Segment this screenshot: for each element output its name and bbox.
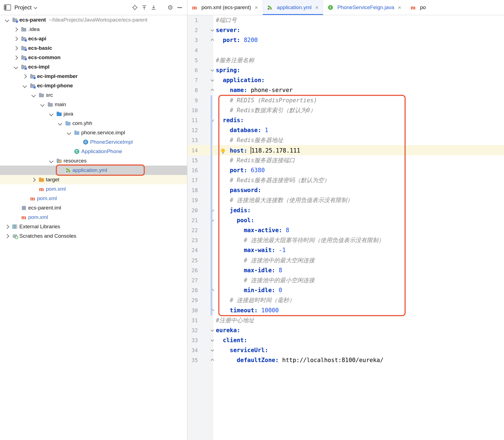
tree-item-src[interactable]: src: [0, 90, 187, 100]
chevron-collapsed-icon[interactable]: [30, 178, 39, 181]
chevron-down-icon[interactable]: [34, 6, 37, 9]
line-number[interactable]: 7: [187, 77, 198, 83]
tree-item-ecs-common[interactable]: ecs-common: [0, 53, 187, 62]
fold-collapse-icon[interactable]: [211, 328, 214, 332]
panel-icon[interactable]: [4, 4, 11, 11]
code-line[interactable]: 6spring:: [187, 65, 504, 75]
line-number[interactable]: 1: [187, 17, 198, 23]
line-number[interactable]: 21: [187, 217, 198, 223]
code-line[interactable]: 35 defaultZone: http://localhost:8100/eu…: [187, 355, 504, 365]
code-line[interactable]: 25 # 连接池中的最大空闲连接: [187, 255, 504, 265]
code-text[interactable]: password:: [216, 187, 261, 193]
fold-collapse-icon[interactable]: [211, 68, 214, 72]
code-line[interactable]: 31#注册中心地址: [187, 315, 504, 325]
code-line[interactable]: 5#服务注册名称: [187, 55, 504, 65]
code-line[interactable]: 28 min-idle: 0: [187, 285, 504, 295]
code-text[interactable]: # 连接池最大连接数（使用负值表示没有限制）: [216, 196, 353, 204]
fold-collapse-icon[interactable]: [211, 78, 214, 82]
code-line[interactable]: 14 host: 118.25.178.111: [187, 145, 504, 155]
code-line[interactable]: 33 client:: [187, 335, 504, 345]
line-number[interactable]: 24: [187, 247, 198, 253]
code-text[interactable]: min-idle: 0: [216, 287, 282, 294]
code-text[interactable]: host: 118.25.178.111: [216, 147, 300, 154]
code-line[interactable]: 3 port: 8200: [187, 35, 504, 45]
line-number[interactable]: 22: [187, 227, 198, 233]
line-number[interactable]: 3: [187, 37, 198, 43]
chevron-expanded-icon[interactable]: [48, 112, 56, 116]
tree-item-applicationphone[interactable]: CApplicationPhone: [0, 147, 187, 156]
fold-collapse-icon[interactable]: [211, 28, 214, 32]
tab-application-yml[interactable]: application.yml×: [263, 0, 323, 15]
tree-item-resources[interactable]: resources: [0, 156, 187, 166]
line-number[interactable]: 5: [187, 57, 198, 63]
tree-item-pom-xml[interactable]: mpom.xml: [0, 213, 187, 222]
code-line[interactable]: 26 max-idle: 8: [187, 265, 504, 275]
chevron-expanded-icon[interactable]: [3, 19, 12, 22]
fold-end-icon[interactable]: [211, 89, 214, 92]
code-line[interactable]: 21 pool:: [187, 215, 504, 225]
tree-item-pom-xml[interactable]: mpom.xml: [0, 194, 187, 203]
tree-item-java[interactable]: java: [0, 109, 187, 119]
code-text[interactable]: # Redis服务器连接端口: [216, 156, 295, 164]
line-number[interactable]: 31: [187, 317, 198, 323]
tree-item-ecs-parent[interactable]: ecs-parent~/IdeaProjects/JavaWorkspace/e…: [0, 15, 187, 25]
code-text[interactable]: # 连接池中的最小空闲连接: [216, 276, 314, 284]
tree-item-phoneserviceimpl[interactable]: CPhoneServiceImpl: [0, 137, 187, 147]
code-text[interactable]: # Redis服务器连接密码（默认为空）: [216, 176, 330, 184]
fold-collapse-icon[interactable]: [211, 348, 214, 352]
chevron-expanded-icon[interactable]: [65, 131, 74, 134]
code-text[interactable]: pool:: [216, 217, 254, 224]
chevron-expanded-icon[interactable]: [21, 84, 30, 87]
line-number[interactable]: 11: [187, 117, 198, 123]
line-number[interactable]: 2: [187, 27, 198, 33]
code-line[interactable]: 17 # Redis服务器连接密码（默认为空）: [187, 175, 504, 185]
close-tab-icon[interactable]: ×: [398, 5, 401, 10]
tree-item-scratches-and-consoles[interactable]: Scratches and Consoles: [0, 231, 187, 241]
chevron-expanded-icon[interactable]: [56, 122, 65, 125]
chevron-collapsed-icon[interactable]: [12, 56, 21, 59]
line-number[interactable]: 29: [187, 297, 198, 303]
chevron-expanded-icon[interactable]: [48, 159, 56, 163]
code-text[interactable]: # 连接池中的最大空闲连接: [216, 256, 314, 264]
code-text[interactable]: # 连接池最大阻塞等待时间（使用负值表示没有限制）: [216, 236, 384, 244]
line-number[interactable]: 12: [187, 127, 198, 133]
line-number[interactable]: 15: [187, 157, 198, 163]
line-number[interactable]: 20: [187, 207, 198, 213]
code-text[interactable]: application:: [216, 77, 265, 83]
code-line[interactable]: 19 # 连接池最大连接数（使用负值表示没有限制）: [187, 195, 504, 205]
code-text[interactable]: port: 8200: [216, 37, 258, 43]
line-number[interactable]: 14: [187, 147, 198, 153]
chevron-expanded-icon[interactable]: [39, 103, 48, 106]
code-line[interactable]: 13 # Redis服务器地址: [187, 135, 504, 145]
code-line[interactable]: 8 name: phone-server: [187, 85, 504, 95]
code-line[interactable]: 24 max-wait: -1: [187, 245, 504, 255]
code-line[interactable]: 32eureka:: [187, 325, 504, 335]
line-number[interactable]: 18: [187, 187, 198, 193]
tab-pom-xml-ecs-parent[interactable]: mpom.xml (ecs-parent)×: [187, 0, 263, 15]
code-line[interactable]: 12 database: 1: [187, 125, 504, 135]
line-number[interactable]: 35: [187, 357, 198, 363]
tree-item-target[interactable]: target: [0, 175, 187, 184]
line-number[interactable]: 4: [187, 47, 198, 53]
code-line[interactable]: 27 # 连接池中的最小空闲连接: [187, 275, 504, 285]
editor-body[interactable]: 1#端口号2server:3 port: 820045#服务注册名称6sprin…: [187, 15, 504, 440]
vcs-change-bar[interactable]: [211, 95, 212, 315]
line-number[interactable]: 33: [187, 337, 198, 343]
code-line[interactable]: 34 serviceUrl:: [187, 345, 504, 355]
code-text[interactable]: #端口号: [216, 16, 237, 24]
line-number[interactable]: 19: [187, 197, 198, 203]
code-text[interactable]: #服务注册名称: [216, 56, 254, 64]
tree-item-ecs-basic[interactable]: ecs-basic: [0, 43, 187, 53]
code-line[interactable]: 7 application:: [187, 75, 504, 85]
code-line[interactable]: 23 # 连接池最大阻塞等待时间（使用负值表示没有限制）: [187, 235, 504, 245]
tree-item-idea[interactable]: .idea: [0, 25, 187, 34]
line-number[interactable]: 34: [187, 347, 198, 353]
line-number[interactable]: 28: [187, 287, 198, 293]
chevron-collapsed-icon[interactable]: [3, 225, 12, 228]
code-line[interactable]: 15 # Redis服务器连接端口: [187, 155, 504, 165]
line-number[interactable]: 27: [187, 277, 198, 283]
line-number[interactable]: 8: [187, 87, 198, 93]
code-line[interactable]: 22 max-active: 8: [187, 225, 504, 235]
project-view-title[interactable]: Project: [14, 4, 32, 11]
chevron-collapsed-icon[interactable]: [12, 47, 21, 50]
